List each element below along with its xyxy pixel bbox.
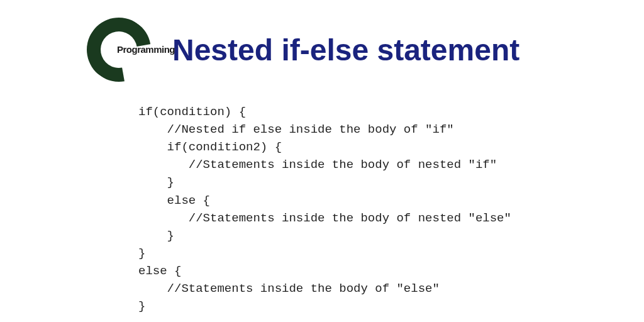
code-line: } [138,175,174,189]
c-programming-logo: Programming [87,18,156,82]
code-snippet: if(condition) { //Nested if else inside … [138,103,644,315]
code-line: } [138,299,145,313]
code-line: //Statements inside the body of "else" [138,282,440,296]
header: Programming Nested if-else statement [0,0,644,82]
code-line: //Statements inside the body of nested "… [138,158,497,172]
code-line: if(condition2) { [138,140,282,154]
code-line: if(condition) { [138,105,246,119]
code-line: else { [138,264,181,278]
page-title: Nested if-else statement [172,33,519,67]
code-line: //Nested if else inside the body of "if" [138,123,454,136]
code-line: } [138,247,145,260]
code-line: //Statements inside the body of nested "… [138,211,511,225]
code-line: } [138,229,174,243]
code-line: else { [138,194,210,208]
logo-text: Programming [117,44,175,55]
